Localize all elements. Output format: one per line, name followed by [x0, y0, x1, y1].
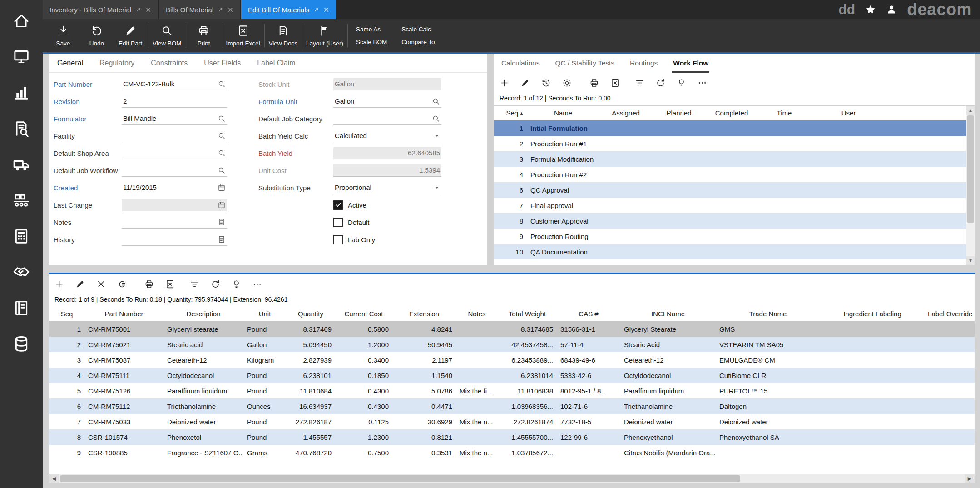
bom-row[interactable]: 3CM-RM75087Ceteareth-12Kilogram2.8279390…	[49, 352, 975, 368]
field-input-revision[interactable]: 2	[122, 95, 227, 108]
sidebar-item-home[interactable]	[0, 3, 43, 39]
field-label[interactable]: Created	[54, 184, 122, 192]
column-header-inci-name[interactable]: INCI Name	[620, 310, 716, 318]
bulb-icon[interactable]	[232, 279, 241, 289]
sidebar-item-reports[interactable]	[0, 290, 43, 326]
refresh-icon[interactable]	[656, 78, 665, 88]
favorites-star-icon[interactable]	[865, 4, 876, 15]
field-input-batch-yield-calc[interactable]: Calculated	[333, 130, 441, 142]
field-label[interactable]: Formulator	[54, 115, 122, 123]
user-profile-icon[interactable]	[886, 4, 897, 15]
caret-down-icon[interactable]	[434, 184, 440, 191]
toolbar-button-undo[interactable]: Undo	[80, 19, 114, 52]
toolbar-button-print[interactable]: Print	[187, 19, 221, 52]
scroll-track[interactable]	[966, 115, 975, 256]
toolbar-link-scale-calc[interactable]: Scale Calc	[401, 26, 435, 33]
copy-icon[interactable]	[117, 279, 127, 289]
column-header-current-cost[interactable]: Current Cost	[335, 310, 392, 318]
field-input-facility[interactable]	[122, 130, 227, 142]
scroll-down-icon[interactable]: ▼	[966, 256, 975, 265]
pin-icon[interactable]	[135, 7, 141, 13]
toolbar-button-view-docs[interactable]: View Docs	[266, 19, 301, 52]
bom-row[interactable]: 4CM-RM75111OctyldodecanolPound6.2381010.…	[49, 368, 975, 383]
toolbar-button-save[interactable]: Save	[46, 19, 80, 52]
panel-tab-routings[interactable]: Routings	[629, 59, 658, 73]
workflow-row[interactable]: 6QC Approval	[494, 182, 966, 198]
workflow-vertical-scrollbar[interactable]: ▲ ▼	[966, 106, 975, 265]
bom-row[interactable]: 9CSR-190885Fragrance - SZ11607 O...Grams…	[49, 445, 975, 460]
toolbar-link-compare-to[interactable]: Compare To	[401, 39, 435, 45]
bom-row[interactable]: 5CM-RM75126Paraffinum liquidumPound11.81…	[49, 383, 975, 398]
field-input-formula-unit[interactable]: Gallon	[333, 95, 441, 108]
printer-icon[interactable]	[589, 78, 599, 88]
history-icon[interactable]	[541, 78, 551, 88]
field-input-default-job-workflow[interactable]	[122, 164, 227, 177]
filter-icon[interactable]	[635, 78, 644, 88]
field-input-substitution-type[interactable]: Proportional	[333, 182, 441, 194]
add-icon[interactable]	[500, 78, 509, 88]
sidebar-item-sales[interactable]	[0, 75, 43, 110]
search-icon[interactable]	[218, 166, 226, 174]
column-header-user[interactable]: User	[811, 109, 886, 117]
search-icon[interactable]	[218, 80, 226, 88]
excel-icon[interactable]	[610, 78, 620, 88]
column-header-seq[interactable]: Seq▲	[494, 109, 527, 117]
workflow-row[interactable]: 10QA Documentation	[494, 244, 966, 259]
workflow-row[interactable]: 7Final approval	[494, 198, 966, 213]
scroll-thumb[interactable]	[60, 475, 740, 482]
delete-icon[interactable]	[96, 279, 106, 289]
toolbar-button-layout-user[interactable]: Layout (User)	[303, 19, 346, 52]
gear-icon[interactable]	[562, 78, 572, 88]
field-input-default-shop-area[interactable]	[122, 147, 227, 159]
search-icon[interactable]	[218, 115, 226, 123]
field-input-history[interactable]	[122, 234, 227, 246]
toolbar-button-view-bom[interactable]: View BOM	[149, 19, 185, 52]
workflow-row[interactable]: 4Production Run #2	[494, 167, 966, 182]
search-icon[interactable]	[218, 132, 226, 140]
sidebar-item-production[interactable]	[0, 182, 43, 218]
scroll-right-icon[interactable]: ▶	[965, 474, 975, 483]
scroll-up-icon[interactable]: ▲	[966, 106, 975, 115]
bulb-icon[interactable]	[677, 78, 686, 88]
caret-down-icon[interactable]	[434, 133, 440, 139]
workflow-row[interactable]: 9Production Routing	[494, 229, 966, 244]
sidebar-item-accounting[interactable]	[0, 218, 43, 254]
pencil-icon[interactable]	[520, 78, 530, 88]
sidebar-item-inventory[interactable]	[0, 110, 43, 146]
field-label[interactable]: Formula Unit	[258, 98, 333, 105]
column-header-completed[interactable]: Completed	[706, 109, 757, 117]
calendar-icon[interactable]	[218, 184, 226, 192]
column-header-description[interactable]: Description	[163, 310, 243, 318]
bom-row[interactable]: 7CM-RM75033Deionized waterPound272.82618…	[49, 414, 975, 429]
note-icon[interactable]	[218, 218, 226, 226]
workflow-row[interactable]: 8Customer Approval	[494, 213, 966, 229]
workflow-row[interactable]: 1Intial Formulation	[494, 120, 966, 136]
search-icon[interactable]	[432, 97, 440, 105]
pin-icon[interactable]	[218, 7, 223, 13]
workflow-row[interactable]: 2Production Run #1	[494, 136, 966, 151]
add-icon[interactable]	[54, 279, 64, 289]
field-label[interactable]: Part Number	[54, 80, 122, 88]
more-icon[interactable]	[252, 279, 262, 289]
close-icon[interactable]	[145, 7, 151, 13]
toolbar-link-same-as[interactable]: Same As	[356, 26, 387, 33]
checkbox-active[interactable]	[333, 200, 343, 210]
sidebar-item-shipping[interactable]	[0, 146, 43, 182]
form-tab-general[interactable]: General	[57, 59, 83, 67]
form-tab-label-claim[interactable]: Label Claim	[257, 59, 295, 67]
window-tab-bills-of-material[interactable]: Bills Of Material	[159, 0, 240, 19]
search-icon[interactable]	[218, 149, 226, 157]
window-tab-inventory-bills-of-material[interactable]: Inventory - Bills Of Material	[43, 0, 158, 19]
column-header-cas[interactable]: CAS #	[557, 310, 620, 318]
checkbox-lab-only[interactable]	[333, 235, 343, 244]
toolbar-link-scale-bom[interactable]: Scale BOM	[356, 39, 387, 45]
column-header-part-number[interactable]: Part Number	[84, 310, 163, 318]
panel-tab-calculations[interactable]: Calculations	[500, 59, 540, 73]
more-icon[interactable]	[698, 78, 707, 88]
bom-row[interactable]: 2CM-RM75021Stearic acidGallon5.0944501.2…	[49, 337, 975, 352]
column-header-assigned[interactable]: Assigned	[599, 109, 652, 117]
column-header-extension[interactable]: Extension	[392, 310, 456, 318]
field-input-part-number[interactable]: CM-VC-123-Bulk	[122, 78, 227, 90]
toolbar-button-edit-part[interactable]: Edit Part	[114, 19, 147, 52]
column-header-name[interactable]: Name	[527, 109, 599, 117]
